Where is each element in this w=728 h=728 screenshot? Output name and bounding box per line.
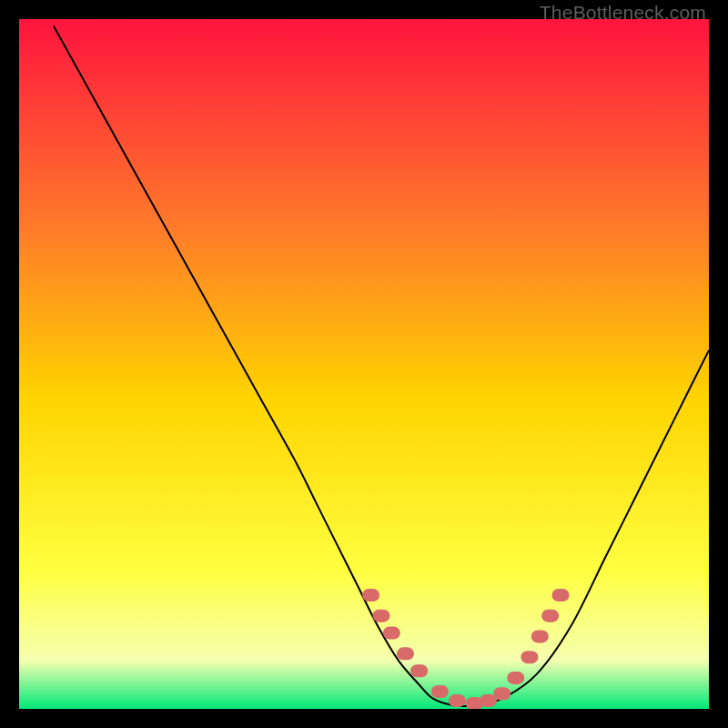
- chart-frame: [19, 19, 709, 709]
- curve-marker: [362, 589, 379, 602]
- curve-marker: [431, 685, 449, 698]
- bottleneck-chart: [19, 19, 709, 709]
- gradient-background: [19, 19, 709, 709]
- curve-marker: [397, 647, 414, 660]
- curve-marker: [449, 694, 466, 707]
- curve-marker: [521, 651, 538, 663]
- curve-marker: [541, 610, 559, 622]
- watermark-text: TheBottleneck.com: [540, 2, 706, 24]
- curve-marker: [383, 627, 400, 640]
- curve-marker: [410, 664, 428, 677]
- curve-marker: [552, 589, 570, 602]
- curve-marker: [493, 687, 511, 700]
- curve-marker: [372, 610, 389, 622]
- curve-marker: [531, 630, 549, 642]
- curve-marker: [507, 672, 524, 684]
